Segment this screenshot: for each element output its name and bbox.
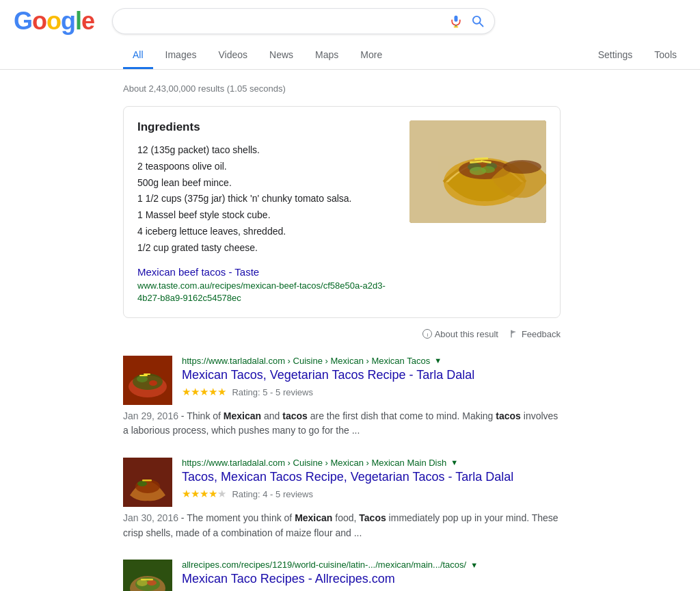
snippet-list: 12 (135g packet) taco shells. 2 teaspoon… [137, 142, 399, 257]
result-1-url: https://www.tarladalal.com › Cuisine › M… [182, 356, 430, 366]
info-icon: i [422, 329, 432, 339]
svg-point-24 [149, 380, 157, 386]
result-3-thumbnail [123, 560, 172, 591]
result-1-url-line: https://www.tarladalal.com › Cuisine › M… [182, 356, 561, 366]
result-2-thumbnail [123, 458, 172, 507]
about-result-icon: i About this result [422, 329, 498, 339]
featured-snippet: Ingredients 12 (135g packet) taco shells… [123, 106, 561, 318]
result-1-rating: ★★★★★ Rating: 5 - 5 reviews [182, 386, 561, 398]
header-top: Google mexican tacos recipe [14, 7, 686, 42]
svg-rect-28 [142, 480, 152, 482]
search-submit-icon[interactable] [471, 14, 485, 28]
list-item: 1 Massel beef style stock cube. [137, 207, 399, 224]
result-1-snippet: Jan 29, 2016 - Think of Mexican and taco… [123, 409, 561, 438]
result-2-url-line: https://www.tarladalal.com › Cuisine › M… [182, 458, 561, 468]
result-1-stars: ★★★★★ [182, 386, 226, 397]
snippet-content: Ingredients 12 (135g packet) taco shells… [137, 120, 399, 304]
result-3-title[interactable]: Mexican Taco Recipes - Allrecipes.com [182, 571, 561, 587]
svg-point-3 [473, 16, 481, 24]
main-content: About 2,43,00,000 results (1.05 seconds)… [0, 70, 700, 591]
svg-line-4 [480, 23, 483, 27]
result-3-dropdown-arrow[interactable]: ▼ [470, 561, 478, 569]
tab-news[interactable]: News [260, 42, 303, 69]
svg-text:i: i [427, 332, 428, 338]
result-2-info: https://www.tarladalal.com › Cuisine › M… [182, 458, 561, 507]
result-1-info: https://www.tarladalal.com › Cuisine › M… [182, 356, 561, 405]
snippet-url: www.taste.com.au/recipes/mexican-beef-ta… [137, 280, 386, 303]
result-2-url: https://www.tarladalal.com › Cuisine › M… [182, 458, 446, 468]
svg-rect-22 [139, 375, 148, 376]
result-3-url-line: allrecipes.com/recipes/1219/world-cuisin… [182, 560, 561, 570]
result-1-rating-text: Rating: 5 - 5 reviews [232, 387, 313, 397]
tab-all[interactable]: All [123, 42, 153, 69]
result-2-rating-text: Rating: 4 - 5 reviews [232, 489, 313, 499]
list-item: 1 1/2 cups (375g jar) thick 'n' chunky t… [137, 191, 399, 207]
mic-icon[interactable] [449, 14, 463, 28]
search-icons [449, 14, 485, 28]
svg-rect-34 [141, 579, 153, 581]
svg-rect-23 [144, 373, 150, 375]
result-2-title[interactable]: Tacos, Mexican Tacos Recipe, Vegetarian … [182, 469, 561, 485]
tab-more[interactable]: More [351, 42, 392, 69]
google-logo[interactable]: Google [14, 7, 94, 36]
tab-videos[interactable]: Videos [208, 42, 257, 69]
about-result-bar: i About this result Feedback [123, 329, 561, 339]
nav-right: Settings Tools [589, 42, 686, 69]
results-count: About 2,43,00,000 results (1.05 seconds) [123, 83, 686, 94]
result-3-url: allrecipes.com/recipes/1219/world-cuisin… [182, 560, 466, 570]
search-result-3: allrecipes.com/recipes/1219/world-cuisin… [123, 560, 561, 591]
tab-maps[interactable]: Maps [306, 42, 348, 69]
feedback-label: Feedback [522, 329, 561, 339]
list-item: 2 teaspoons olive oil. [137, 159, 399, 175]
flag-icon [509, 329, 519, 339]
result-2-stars: ★★★★★ [182, 488, 226, 499]
svg-point-21 [137, 376, 148, 382]
search-result-2: https://www.tarladalal.com › Cuisine › M… [123, 458, 561, 540]
result-1-header: https://www.tarladalal.com › Cuisine › M… [123, 356, 561, 405]
result-2-snippet: Jan 30, 2016 - The moment you think of M… [123, 511, 561, 540]
list-item: 12 (135g packet) taco shells. [137, 142, 399, 159]
svg-point-27 [137, 481, 147, 486]
nav-tabs: All Images Videos News Maps More Setting… [14, 42, 686, 69]
header: Google mexican tacos recipe [0, 0, 700, 70]
result-3-info: allrecipes.com/recipes/1219/world-cuisin… [182, 560, 561, 591]
search-input[interactable]: mexican tacos recipe [122, 15, 449, 27]
svg-rect-0 [455, 16, 458, 22]
snippet-image [409, 120, 546, 223]
snippet-result-title[interactable]: Mexican beef tacos - Taste [137, 266, 399, 278]
svg-point-33 [147, 580, 157, 586]
feedback-button[interactable]: Feedback [509, 329, 561, 339]
list-item: 500g lean beef mince. [137, 175, 399, 192]
result-2-rating: ★★★★★ Rating: 4 - 5 reviews [182, 488, 561, 500]
svg-point-20 [133, 373, 163, 390]
tab-tools[interactable]: Tools [645, 42, 686, 69]
list-item: 1/2 cup grated tasty cheese. [137, 240, 399, 257]
svg-point-13 [503, 160, 541, 174]
tab-images[interactable]: Images [156, 42, 206, 69]
result-1-thumbnail [123, 356, 172, 405]
tab-settings[interactable]: Settings [589, 42, 643, 69]
result-1-dropdown-arrow[interactable]: ▼ [434, 356, 442, 365]
about-result-label[interactable]: About this result [435, 329, 498, 339]
search-result-1: https://www.tarladalal.com › Cuisine › M… [123, 356, 561, 438]
result-2-header: https://www.tarladalal.com › Cuisine › M… [123, 458, 561, 507]
result-1-title[interactable]: Mexican Tacos, Vegetarian Tacos Recipe -… [182, 367, 561, 383]
search-box: mexican tacos recipe [112, 8, 495, 34]
list-item: 4 iceberg lettuce leaves, shredded. [137, 224, 399, 240]
svg-point-15 [481, 166, 495, 173]
result-2-dropdown-arrow[interactable]: ▼ [450, 458, 458, 467]
result-3-header: allrecipes.com/recipes/1219/world-cuisin… [123, 560, 561, 591]
snippet-title: Ingredients [137, 120, 399, 134]
